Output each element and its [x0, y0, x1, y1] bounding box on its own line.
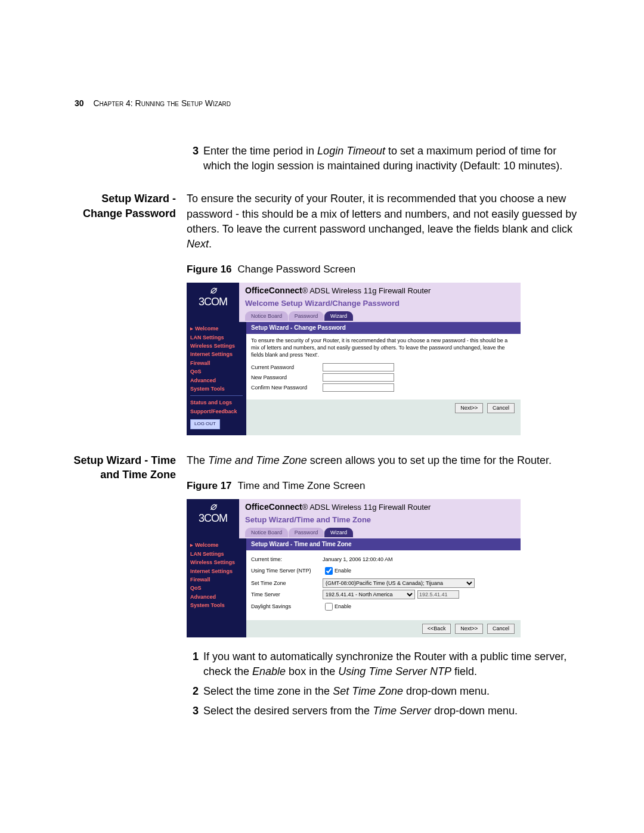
time-server-ip: [417, 590, 459, 599]
nav-lan[interactable]: LAN Settings: [190, 550, 243, 558]
page-subtitle: Setup Wizard/Time and Time Zone: [245, 515, 515, 525]
step-3: 3 Enter the time period in Login Timeout…: [187, 144, 584, 174]
value-current-time: January 1, 2006 12:00:40 AM: [323, 556, 393, 563]
next-button[interactable]: Next>>: [455, 624, 483, 634]
step-1: 1 If you want to automatically synchroni…: [187, 649, 584, 679]
next-button[interactable]: Next>>: [455, 403, 483, 413]
nav-system[interactable]: System Tools: [190, 601, 243, 609]
label-current-time: Current time:: [251, 556, 323, 563]
daylight-enable-checkbox[interactable]: [325, 603, 333, 611]
tab-password[interactable]: Password: [289, 311, 324, 321]
timezone-select[interactable]: (GMT-08:00)Pacific Time (US & Canada); T…: [323, 578, 475, 588]
nav-internet[interactable]: Internet Settings: [190, 567, 243, 575]
sidebar-nav: Welcome LAN Settings Wireless Settings I…: [187, 322, 246, 435]
tab-wizard[interactable]: Wizard: [324, 311, 353, 321]
label-ntp: Using Time Server (NTP): [251, 567, 323, 575]
product-title: OfficeConnect® ADSL Wireless 11g Firewal…: [245, 285, 515, 297]
nav-system[interactable]: System Tools: [190, 385, 243, 393]
label-set-timezone: Set Time Zone: [251, 580, 323, 587]
nav-support[interactable]: Support/Feedback: [190, 407, 243, 416]
page-subtitle: Welcome Setup Wizard/Change Password: [245, 298, 515, 309]
product-title: OfficeConnect® ADSL Wireless 11g Firewal…: [245, 501, 515, 513]
section-paragraph: To ensure the security of your Router, i…: [187, 191, 584, 252]
nav-wireless[interactable]: Wireless Settings: [190, 342, 243, 350]
label-time-server: Time Server: [251, 591, 323, 599]
nav-welcome[interactable]: Welcome: [190, 541, 243, 549]
logo-3com: ⌀ 3COM: [187, 499, 239, 538]
nav-internet[interactable]: Internet Settings: [190, 350, 243, 358]
cancel-button[interactable]: Cancel: [487, 403, 515, 413]
page-number: 30: [75, 98, 84, 108]
label-daylight: Daylight Savings: [251, 603, 323, 611]
label-enable: Enable: [335, 567, 351, 575]
confirm-password-input[interactable]: [323, 383, 394, 392]
nav-advanced[interactable]: Advanced: [190, 376, 243, 385]
label-confirm-password: Confirm New Password: [251, 384, 323, 392]
figure-17-screenshot: ⌀ 3COM OfficeConnect® ADSL Wireless 11g …: [187, 499, 521, 637]
time-server-select[interactable]: 192.5.41.41 - North America: [323, 590, 415, 599]
new-password-input[interactable]: [323, 373, 394, 382]
chapter-title: Chapter 4: Running the Setup Wizard: [93, 98, 231, 108]
nav-welcome[interactable]: Welcome: [190, 324, 243, 333]
panel-title: Setup Wizard - Change Password: [246, 322, 521, 334]
nav-wireless[interactable]: Wireless Settings: [190, 558, 243, 566]
ntp-enable-checkbox[interactable]: [325, 567, 333, 575]
panel-blurb: To ensure the security of your Router, i…: [251, 337, 516, 358]
nav-qos[interactable]: QoS: [190, 367, 243, 376]
nav-lan[interactable]: LAN Settings: [190, 333, 243, 342]
tab-wizard[interactable]: Wizard: [324, 528, 353, 538]
figure-16-screenshot: ⌀ 3COM OfficeConnect® ADSL Wireless 11g …: [187, 283, 521, 435]
back-button[interactable]: <<Back: [422, 624, 451, 634]
logout-button[interactable]: LOG OUT: [190, 419, 220, 429]
current-password-input[interactable]: [323, 363, 394, 371]
label-current-password: Current Password: [251, 364, 323, 371]
section-heading-change-password: Setup Wizard - Change Password: [60, 191, 187, 221]
figure-17-caption: Figure 17Time and Time Zone Screen: [187, 479, 584, 493]
sidebar-nav: Welcome LAN Settings Wireless Settings I…: [187, 538, 246, 637]
panel-title: Setup Wizard - Time and Time Zone: [246, 538, 521, 550]
section-heading-time-zone: Setup Wizard - Time and Time Zone: [60, 453, 187, 482]
nav-qos[interactable]: QoS: [190, 584, 243, 592]
section-paragraph: The Time and Time Zone screen allows you…: [187, 453, 584, 468]
running-header: 30 Chapter 4: Running the Setup Wizard: [60, 98, 584, 108]
step-3b: 3 Select the desired servers from the Ti…: [187, 704, 584, 719]
label-enable: Enable: [335, 603, 351, 611]
nav-firewall[interactable]: Firewall: [190, 359, 243, 367]
step-2: 2 Select the time zone in the Set Time Z…: [187, 684, 584, 699]
cancel-button[interactable]: Cancel: [487, 624, 515, 634]
logo-3com: ⌀ 3COM: [187, 283, 239, 322]
nav-advanced[interactable]: Advanced: [190, 593, 243, 601]
nav-status[interactable]: Status and Logs: [190, 398, 243, 407]
nav-firewall[interactable]: Firewall: [190, 575, 243, 584]
tab-notice-board[interactable]: Notice Board: [245, 311, 288, 321]
tab-password[interactable]: Password: [289, 528, 324, 538]
tab-notice-board[interactable]: Notice Board: [245, 528, 288, 538]
label-new-password: New Password: [251, 374, 323, 382]
figure-16-caption: Figure 16Change Password Screen: [187, 262, 584, 277]
